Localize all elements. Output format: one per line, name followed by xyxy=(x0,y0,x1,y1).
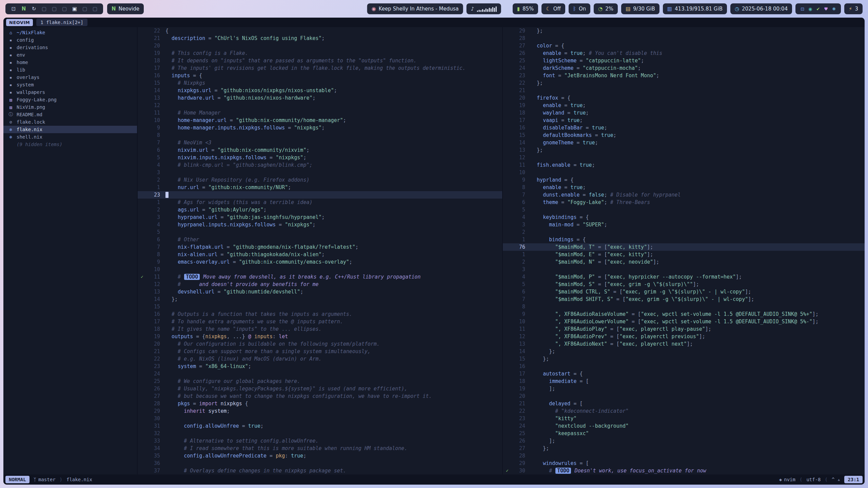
code-line[interactable]: 4 # blink-cmp.url = "github:saghen/blink… xyxy=(138,161,502,169)
tree-item-readme-md[interactable]: ⓘREADME.md xyxy=(3,111,137,118)
right-pane[interactable]: 29 };2827 color = {26 enable = true; # Y… xyxy=(503,27,865,474)
code-line[interactable]: 10 home-manager.url = "github:nix-commun… xyxy=(138,117,502,124)
code-line[interactable]: 1 bindings = { xyxy=(503,236,865,243)
tree-item-system[interactable]: ▪system xyxy=(3,81,137,88)
code-line[interactable]: 9 hyprland = { xyxy=(503,176,865,184)
nix-tray-icon[interactable]: ❄ xyxy=(832,6,836,12)
neovim-workspace-icon[interactable]: N xyxy=(20,6,27,12)
code-line[interactable]: 2 ags.url = "github:Aylur/ags"; xyxy=(138,206,502,214)
memory-pill[interactable]: ▤9/30 GiB xyxy=(621,3,659,14)
code-line[interactable]: 16 disableTabBar = true; xyxy=(503,124,865,131)
disk-pill[interactable]: ▥413.19/915.81 GiB xyxy=(663,3,727,14)
code-line[interactable]: 7 # NeoVim <3 xyxy=(138,139,502,146)
tree-item-flake-lock[interactable]: ⊘flake.lock xyxy=(3,118,137,126)
code-line[interactable]: 17 vaapi = true; xyxy=(503,117,865,124)
neovide-pill[interactable]: N Neovide xyxy=(107,3,144,14)
code-line[interactable]: 11 fish.enable = true; xyxy=(503,161,865,169)
code-line[interactable]: 29 }; xyxy=(503,27,865,35)
code-line[interactable]: 6 nixvim.url = "github:nix-community/nix… xyxy=(138,146,502,154)
code-line[interactable]: 30 xyxy=(138,415,502,422)
code-line[interactable]: 24 xyxy=(138,370,502,378)
tree-item-config[interactable]: ▪config xyxy=(3,36,137,44)
code-line[interactable]: 3 hyprpanel.url = "github:jas-singhfsu/h… xyxy=(138,214,502,221)
code-line[interactable]: 14 nixpkgs.url = "github:nixos/nixpkgs/n… xyxy=(138,87,502,94)
code-line[interactable]: 5 xyxy=(503,206,865,214)
code-line[interactable]: 14 gnomeTheme = true; xyxy=(503,139,865,146)
keepassxc-icon[interactable]: ♥ xyxy=(824,6,828,12)
code-line[interactable]: 19 enable = true; xyxy=(503,102,865,109)
code-line[interactable]: 8 enable = true; xyxy=(503,184,865,191)
code-line[interactable]: 28 xyxy=(503,452,865,460)
left-pane[interactable]: 22{21 description = "ChUrl's NixOS confi… xyxy=(138,27,502,474)
code-line[interactable]: 13 ", XF86AudioNext" = ["exec, playerctl… xyxy=(503,340,865,348)
music-pill[interactable]: ◉ Keep Shelly In Athens - Medusa xyxy=(367,3,463,14)
code-line[interactable]: 5 nixvim.inputs.nixpkgs.follows = "nixpk… xyxy=(138,154,502,161)
code-line[interactable]: 3 xyxy=(503,266,865,273)
code-line[interactable]: 15 defaultBookmarks = true; xyxy=(503,131,865,139)
notification-pill[interactable]: ⚡ 3 xyxy=(844,3,863,14)
code-line[interactable]: 33 # Alternative to setting config.allow… xyxy=(138,437,502,445)
cpu-pill[interactable]: ◔2% xyxy=(594,3,618,14)
tree-item--9-hidden-items-[interactable]: (9 hidden items) xyxy=(3,141,137,148)
code-line[interactable]: 1 "$mainMod, E" = ["exec, kitty"]; xyxy=(503,251,865,258)
code-line[interactable]: 16 # Outputs is a function that takes th… xyxy=(138,310,502,318)
code-line[interactable]: 12 xyxy=(138,102,502,109)
tree-item-foggy-lake-png[interactable]: ▨Foggy-Lake.png xyxy=(3,96,137,103)
code-line[interactable]: 13 devshell.url = "github:numtide/devshe… xyxy=(138,288,502,296)
code-line[interactable]: 9 ", XF86AudioRaiseVolume" = ["exec, wpc… xyxy=(503,310,865,318)
code-line[interactable]: 16 xyxy=(503,363,865,370)
code-line[interactable]: 23 "kitty" xyxy=(503,415,865,422)
code-line[interactable]: 29 windowrules = [ xyxy=(503,460,865,467)
code-line[interactable]: 20 xyxy=(503,392,865,400)
code-line[interactable]: 28 pkgs = import nixpkgs { xyxy=(138,400,502,407)
code-line[interactable]: 1 nur.url = "github:nix-community/NUR"; xyxy=(138,184,502,191)
code-line[interactable]: 37 # Overlays define changes in the nixp… xyxy=(138,467,502,474)
workspace-icon[interactable]: ▢ xyxy=(40,6,48,12)
tree-item-nixvim-png[interactable]: ▨NixVim.png xyxy=(3,103,137,111)
code-line[interactable]: 16 inputs = { xyxy=(138,72,502,79)
code-line[interactable]: 11 # Home Manager xyxy=(138,109,502,117)
code-line[interactable]: 14 }; xyxy=(138,296,502,303)
tree-item-home[interactable]: ▪home xyxy=(3,59,137,66)
code-line[interactable]: 15 # Nixpkgs xyxy=(138,79,502,87)
code-line[interactable]: 29 inherit system; xyxy=(138,407,502,415)
code-line[interactable]: 23 xyxy=(138,191,502,199)
code-line[interactable]: 9 emacs-overlay.url = "github:nix-commun… xyxy=(138,258,502,266)
code-line[interactable]: ✓30 # TODO Doesn't work, use focus_on_ac… xyxy=(503,467,865,474)
code-line[interactable]: 4 "$mainMod, P" = ["exec, hyprpicker --a… xyxy=(503,273,865,281)
code-line[interactable]: 23 font = "JetBrainsMono Nerd Font Mono"… xyxy=(503,72,865,79)
screenshare-icon[interactable]: ⊡ xyxy=(801,6,804,12)
code-line[interactable]: 6 # Other xyxy=(138,236,502,243)
tree-item-lib[interactable]: ▪lib xyxy=(3,66,137,74)
code-line[interactable]: 21 description = "ChUrl's NixOS config u… xyxy=(138,35,502,42)
terminal-icon[interactable]: ⊡ xyxy=(10,6,17,12)
code-line[interactable]: 13 hardware.url = "github:nixos/nixos-ha… xyxy=(138,94,502,102)
code-line[interactable]: ✓11 # TODO Move away from devshell, as i… xyxy=(138,273,502,281)
tree-item-shell-nix[interactable]: ❄shell.nix xyxy=(3,133,137,141)
tree-item-derivations[interactable]: ▪derivations xyxy=(3,44,137,51)
code-line[interactable]: 14 }; xyxy=(503,348,865,355)
code-line[interactable]: 28 xyxy=(503,35,865,42)
code-line[interactable]: 4 keybindings = { xyxy=(503,214,865,221)
clock-pill[interactable]: ◷2025-06-18 00:04 xyxy=(730,3,792,14)
code-line[interactable]: 20 # Our configuration is buildable on t… xyxy=(138,340,502,348)
code-line[interactable]: 22 # e.g. NixOS (linux) and MacOS (darwi… xyxy=(138,355,502,363)
code-line[interactable]: 11 ", XF86AudioPlay" = ["exec, playerctl… xyxy=(503,325,865,333)
code-line[interactable]: 15 xyxy=(138,303,502,310)
code-line[interactable]: 19 # This config is a Flake. xyxy=(138,49,502,57)
code-line[interactable]: 6 "$mainMod CTRL, S" = ["exec, grim -g \… xyxy=(503,288,865,296)
code-line[interactable]: 2 "$mainMod, N" = ["exec, neovide"]; xyxy=(503,258,865,266)
code-line[interactable]: 10 ", XF86AudioLowerVolume" = ["exec, wp… xyxy=(503,318,865,325)
code-line[interactable]: 23 system = "x86_64-linux"; xyxy=(138,363,502,370)
workspace-icon[interactable]: ▢ xyxy=(81,6,88,12)
code-line[interactable]: 26 enable = true; # You can't disable th… xyxy=(503,49,865,57)
workspace-icon[interactable]: ▢ xyxy=(91,6,99,12)
code-line[interactable]: 27 color = { xyxy=(503,42,865,49)
tree-item-wallpapers[interactable]: ▪wallpapers xyxy=(3,88,137,96)
tree-item-flake-nix[interactable]: ❄flake.nix xyxy=(3,126,137,133)
code-line[interactable]: 6 theme = "Foggy-Lake"; # Three-Bears xyxy=(503,199,865,206)
code-line[interactable]: 7 "$mainMod SHIFT, S" = ["exec, grim -g … xyxy=(503,296,865,303)
code-line[interactable]: 3 xyxy=(138,169,502,176)
code-line[interactable]: 35 config.allowUnfreePredicate = pkg: tr… xyxy=(138,452,502,460)
battery-pill[interactable]: ▮85% xyxy=(513,3,538,14)
